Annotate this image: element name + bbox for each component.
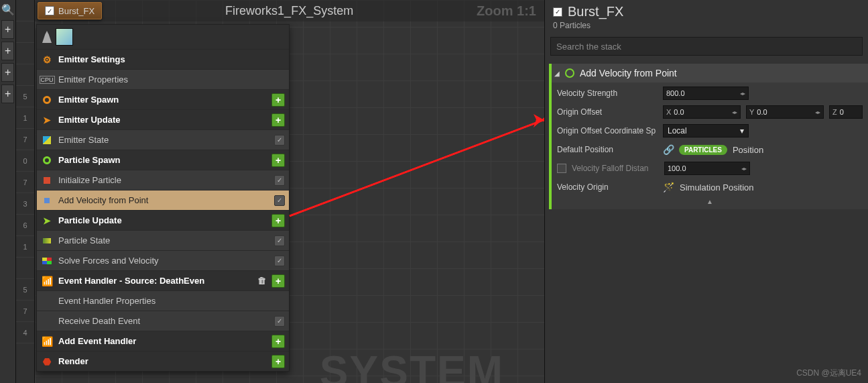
trash-icon[interactable]: 🗑 bbox=[257, 276, 266, 286]
add-module-button[interactable]: + bbox=[271, 335, 285, 348]
stack-row[interactable]: Receive Death Event bbox=[37, 311, 289, 331]
stack-row[interactable]: Emitter Spawn+ bbox=[37, 89, 289, 109]
add-button-1[interactable]: + bbox=[1, 20, 14, 39]
prop-origin-offset: Origin Offset X0.0◂▸ Y0.0◂▸ Z0 bbox=[552, 103, 868, 121]
row-label: Particle State bbox=[58, 235, 269, 245]
collapse-handle[interactable]: ▲ bbox=[552, 197, 868, 207]
stack-row[interactable]: 📶Add Event Handler+ bbox=[37, 331, 289, 351]
coord-space-select[interactable]: Local▾ bbox=[663, 124, 749, 138]
add-module-button[interactable]: + bbox=[271, 154, 285, 167]
gutter-tick: 3 bbox=[16, 193, 34, 215]
row-label: Emitter Update bbox=[58, 115, 266, 125]
svg-marker-3 bbox=[534, 114, 543, 127]
emitter-thumb-row bbox=[37, 25, 289, 49]
module-checkbox[interactable] bbox=[274, 256, 285, 266]
gutter-tick: 7 bbox=[16, 172, 34, 193]
ring-icon bbox=[565, 68, 574, 78]
add-module-button[interactable]: + bbox=[271, 274, 285, 288]
stack-row[interactable]: Initialize Particle bbox=[37, 170, 289, 190]
row-label: Emitter State bbox=[58, 135, 269, 145]
gutter-tick: 1 bbox=[16, 107, 34, 129]
gutter-tick: 6 bbox=[16, 215, 34, 236]
system-name: Fireworks1_FX_System bbox=[102, 4, 477, 18]
module-checkbox[interactable] bbox=[274, 195, 285, 206]
stack-row[interactable]: Solve Forces and Velocity bbox=[37, 250, 289, 270]
add-button-4[interactable]: + bbox=[1, 85, 14, 103]
add-button-3[interactable]: + bbox=[1, 63, 14, 82]
add-module-button[interactable]: + bbox=[271, 113, 285, 127]
gutter-tick bbox=[16, 64, 34, 86]
gutter: 51707361574 bbox=[16, 0, 35, 383]
watermark: CSDN @远离UE4 bbox=[796, 368, 861, 379]
section: ◢ Add Velocity from Point Velocity Stren… bbox=[549, 64, 868, 209]
emitter-checkbox[interactable]: ✓ bbox=[45, 6, 54, 15]
section-header[interactable]: ◢ Add Velocity from Point bbox=[549, 64, 868, 83]
falloff-checkbox[interactable] bbox=[557, 164, 566, 173]
velocity-origin-value: Simulation Position bbox=[680, 182, 754, 193]
emitter-stack: ⚙Emitter SettingsCPUEmitter PropertiesEm… bbox=[36, 24, 290, 372]
emitter-thumbnail[interactable] bbox=[56, 28, 73, 46]
add-module-button[interactable]: + bbox=[271, 214, 285, 227]
stack-row[interactable]: 📶Event Handler - Source: DeathEven🗑+ bbox=[37, 270, 289, 290]
stack-row[interactable]: ⬣Render+ bbox=[37, 351, 289, 371]
row-label: Event Handler - Source: DeathEven bbox=[58, 276, 252, 286]
collapse-icon[interactable]: ◢ bbox=[554, 70, 560, 77]
gutter-tick: 5 bbox=[16, 86, 34, 107]
gutter-tick bbox=[16, 0, 34, 21]
origin-offset-x[interactable]: X0.0◂▸ bbox=[663, 105, 741, 119]
particle-count: 0 Particles bbox=[553, 21, 860, 30]
prop-coord-space: Origin Offset Coordinate Sp Local▾ bbox=[552, 121, 868, 140]
stack-row[interactable]: Particle Spawn+ bbox=[37, 150, 289, 170]
gutter-tick bbox=[16, 21, 34, 43]
prop-velocity-strength: Velocity Strength 800.0◂▸ bbox=[552, 84, 868, 103]
add-module-button[interactable]: + bbox=[271, 355, 285, 368]
stack-row[interactable]: ➤Emitter Update+ bbox=[37, 109, 289, 129]
wand-icon[interactable]: 🪄 bbox=[663, 182, 674, 193]
module-checkbox[interactable] bbox=[274, 135, 285, 146]
section-title: Add Velocity from Point bbox=[580, 68, 677, 78]
panel-title: Burst_FX bbox=[568, 4, 623, 19]
stack-row[interactable]: Particle State bbox=[37, 230, 289, 250]
position-suffix: Position bbox=[733, 145, 763, 155]
module-checkbox[interactable] bbox=[274, 175, 285, 186]
origin-offset-y[interactable]: Y0.0◂▸ bbox=[746, 105, 824, 119]
add-module-button[interactable]: + bbox=[271, 93, 285, 107]
graph-titlebar: ✓ Burst_FX Fireworks1_FX_System Zoom 1:1 bbox=[35, 0, 544, 21]
emitter-chip[interactable]: ✓ Burst_FX bbox=[38, 2, 102, 19]
gutter-tick: 7 bbox=[16, 300, 34, 322]
gutter-tick bbox=[16, 258, 34, 279]
search-input[interactable]: Search the stack bbox=[550, 37, 863, 56]
chevron-down-icon: ▾ bbox=[740, 126, 744, 135]
particles-pill[interactable]: PARTICLES bbox=[679, 145, 727, 155]
velocity-strength-input[interactable]: 800.0◂▸ bbox=[663, 87, 749, 100]
origin-offset-z[interactable]: Z0 bbox=[829, 105, 863, 119]
row-label: Add Event Handler bbox=[58, 336, 266, 346]
row-label: Particle Update bbox=[58, 215, 266, 225]
search-icon[interactable]: 🔍 bbox=[0, 0, 15, 19]
search-placeholder: Search the stack bbox=[556, 42, 621, 52]
gutter-tick: 4 bbox=[16, 322, 34, 343]
person-icon bbox=[42, 31, 52, 43]
stack-row[interactable]: Add Velocity from Point bbox=[37, 190, 289, 210]
zoom-label: Zoom 1:1 bbox=[477, 3, 544, 19]
row-label: Emitter Properties bbox=[58, 74, 285, 85]
stack-row[interactable]: CPUEmitter Properties bbox=[37, 69, 289, 89]
stack-row[interactable]: Emitter State bbox=[37, 129, 289, 150]
stack-row[interactable]: ⚙Emitter Settings bbox=[37, 49, 289, 69]
svg-line-2 bbox=[290, 121, 542, 216]
link-icon[interactable]: 🔗 bbox=[663, 144, 674, 155]
stack-row[interactable]: ➤Particle Update+ bbox=[37, 210, 289, 230]
module-checkbox[interactable] bbox=[274, 316, 285, 327]
property-list: Velocity Strength 800.0◂▸ Origin Offset … bbox=[549, 83, 868, 209]
graph-canvas[interactable]: ✓ Burst_FX Fireworks1_FX_System Zoom 1:1… bbox=[35, 0, 544, 383]
row-label: Receive Death Event bbox=[58, 316, 269, 326]
row-label: Particle Spawn bbox=[58, 155, 266, 165]
panel-checkbox[interactable]: ✓ bbox=[553, 7, 562, 17]
stack-row[interactable]: Event Handler Properties bbox=[37, 290, 289, 311]
prop-velocity-origin: Velocity Origin 🪄 Simulation Position bbox=[552, 178, 868, 197]
row-label: Render bbox=[58, 356, 266, 366]
add-button-2[interactable]: + bbox=[1, 42, 14, 60]
gutter-tick bbox=[16, 43, 34, 64]
falloff-input[interactable]: 100.0◂▸ bbox=[664, 162, 750, 175]
module-checkbox[interactable] bbox=[274, 235, 285, 246]
